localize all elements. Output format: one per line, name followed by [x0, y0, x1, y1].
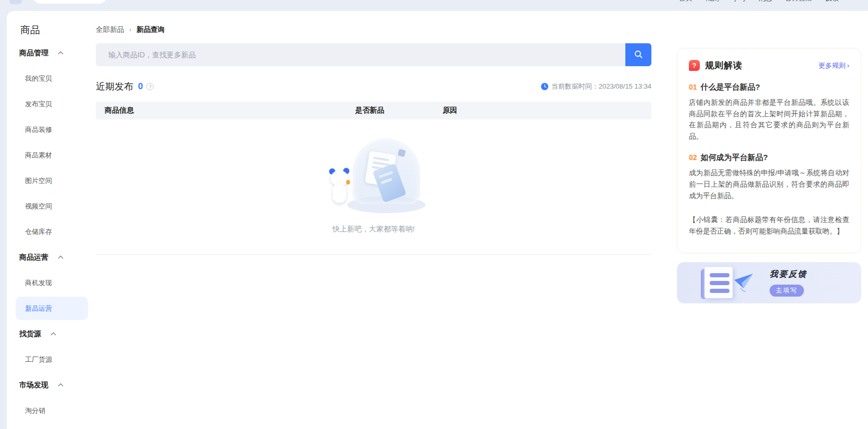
rule-question: 02如何成为平台新品? [689, 153, 849, 163]
breadcrumb: 全部新品 › 新品查询 [96, 11, 651, 34]
rule-section-1: 01什么是平台新品? 店铺内新发的商品并非都是平台新品哦。系统以该商品同款在平台… [689, 82, 849, 142]
sidebar-item-warehouse-stock[interactable]: 仓储库存 [7, 219, 95, 244]
top-bar: 首页 规则 学习 消息 官方直播 反馈 [0, 0, 868, 11]
sidebar-more[interactable]: 更多 [7, 423, 95, 429]
sidebar-item-video-space[interactable]: 视频空间 [7, 193, 95, 219]
rule-question-text: 如何成为平台新品? [701, 153, 768, 162]
top-nav-home[interactable]: 首页 [679, 0, 693, 3]
chevron-up-icon [58, 52, 64, 57]
col-is-new: 是否新品 [355, 106, 443, 115]
paper-plane-icon [733, 273, 755, 296]
data-time-label: 当前数据时间：2023/08/15 13:34 [551, 82, 651, 91]
feedback-text-block: 我要反馈 去填写 [770, 269, 807, 297]
sidebar-item-opportunity-discovery[interactable]: 商机发现 [7, 270, 95, 296]
more-rules-link[interactable]: 更多规则 › [819, 61, 849, 70]
top-nav-feedback[interactable]: 反馈 [825, 0, 839, 3]
top-nav-learn[interactable]: 学习 [732, 0, 746, 3]
sidebar-group-label: 市场发现 [19, 381, 48, 390]
more-rules-label: 更多规则 [819, 61, 846, 70]
sidebar-item-factory-supply[interactable]: 工厂货源 [7, 347, 95, 372]
sidebar-item-image-space[interactable]: 图片空间 [7, 168, 95, 193]
rules-panel-title: 规则解读 [705, 59, 743, 71]
top-nav-rules[interactable]: 规则 [706, 0, 719, 3]
item-id-search-input[interactable] [96, 43, 625, 66]
sidebar-item-new-product-ops-active[interactable]: 新品运营 [16, 297, 88, 320]
breadcrumb-parent[interactable]: 全部新品 [96, 25, 124, 34]
sidebar-item-item-decoration[interactable]: 商品装修 [7, 117, 95, 142]
recent-publish-section-header: 近期发布 0 ? 当前数据时间：2023/08/15 13:34 [96, 80, 651, 93]
question-badge-icon: ? [689, 60, 700, 71]
sidebar-item-publish-item[interactable]: 发布宝贝 [7, 91, 95, 117]
sidebar: 商品 商品管理 我的宝贝 发布宝贝 商品装修 商品素材 图片空间 视频空间 仓储… [7, 11, 95, 429]
search-icon [634, 50, 643, 60]
data-time: 当前数据时间：2023/08/15 13:34 [541, 82, 651, 91]
chevron-up-icon [58, 384, 64, 389]
sidebar-item-my-items[interactable]: 我的宝贝 [7, 66, 95, 91]
help-icon[interactable]: ? [146, 83, 154, 90]
sidebar-item-tao-distribution[interactable]: 淘分销 [7, 398, 95, 423]
content-divider [96, 254, 651, 255]
global-search-pill[interactable] [32, 0, 107, 4]
sidebar-group-find-supply[interactable]: 找货源 [7, 321, 95, 347]
feedback-illustration [701, 266, 758, 300]
chevron-right-icon: › [847, 62, 849, 69]
top-nav-messages[interactable]: 消息 [759, 0, 772, 3]
rule-section-2: 02如何成为平台新品? 成为新品无需做特殊的申报/申请哦～系统将自动对前一日上架… [689, 153, 849, 201]
col-item-info: 商品信息 [96, 106, 355, 115]
go-fill-button[interactable]: 去填写 [770, 285, 804, 297]
empty-state-message: 快上新吧，大家都等着呐! [333, 225, 415, 234]
rules-tip: 【小锦囊：若商品标题带有年份信息，请注意检查年份是否正确，否则可能影响商品流量获… [689, 214, 849, 237]
top-nav: 首页 规则 学习 消息 官方直播 反馈 [679, 0, 839, 3]
rule-number: 02 [689, 153, 697, 162]
mascot-body [333, 184, 346, 203]
breadcrumb-separator: › [129, 26, 131, 33]
sidebar-group-product-operations[interactable]: 商品运营 [7, 244, 95, 270]
scroll-page-shape [705, 267, 733, 298]
content-area: 全部新品 › 新品查询 近期发布 0 ? [96, 11, 651, 234]
empty-state-illustration [314, 137, 434, 216]
sidebar-title: 商品 [7, 11, 95, 40]
mascot-cheek [346, 180, 350, 185]
rules-panel: ? 规则解读 更多规则 › 01什么是平台新品? 店铺内新发的商品并非都是平台新… [677, 48, 861, 253]
section-title: 近期发布 [96, 80, 133, 93]
feedback-title: 我要反馈 [770, 269, 807, 280]
sidebar-group-market-discovery[interactable]: 市场发现 [7, 372, 95, 398]
empty-state: 快上新吧，大家都等着呐! [96, 137, 651, 234]
sidebar-group-product-management[interactable]: 商品管理 [7, 40, 95, 66]
rule-question-text: 什么是平台新品? [701, 82, 760, 91]
clock-icon [541, 83, 548, 90]
sidebar-group-label: 商品运营 [19, 253, 48, 262]
item-search-bar [96, 43, 651, 66]
rule-answer: 店铺内新发的商品并非都是平台新品哦。系统以该商品同款在平台的首次上架时间开始计算… [689, 97, 849, 142]
top-nav-live[interactable]: 官方直播 [785, 0, 812, 3]
app-logo [9, 0, 22, 4]
chevron-up-icon [58, 256, 64, 261]
recent-publish-count: 0 [138, 81, 143, 92]
rule-answer: 成为新品无需做特殊的申报/申请哦～系统将自动对前一日上架的商品做新品识别，符合要… [689, 167, 849, 201]
sidebar-item-item-assets[interactable]: 商品素材 [7, 142, 95, 168]
rule-question: 01什么是平台新品? [689, 82, 849, 92]
sidebar-group-label: 找货源 [19, 329, 41, 339]
col-reason: 原因 [443, 106, 651, 115]
table-header-row: 商品信息 是否新品 原因 [96, 102, 651, 119]
chevron-up-icon [51, 333, 56, 338]
feedback-card: 我要反馈 去填写 [677, 262, 861, 303]
main-panel: 商品 商品管理 我的宝贝 发布宝贝 商品装修 商品素材 图片空间 视频空间 仓储… [7, 11, 868, 429]
sidebar-group-label: 商品管理 [19, 48, 48, 58]
breadcrumb-current: 新品查询 [136, 25, 165, 34]
mascot-illustration [330, 168, 350, 205]
search-button[interactable] [625, 43, 651, 66]
rules-panel-header: ? 规则解读 更多规则 › [689, 59, 849, 71]
rule-number: 01 [689, 83, 697, 91]
